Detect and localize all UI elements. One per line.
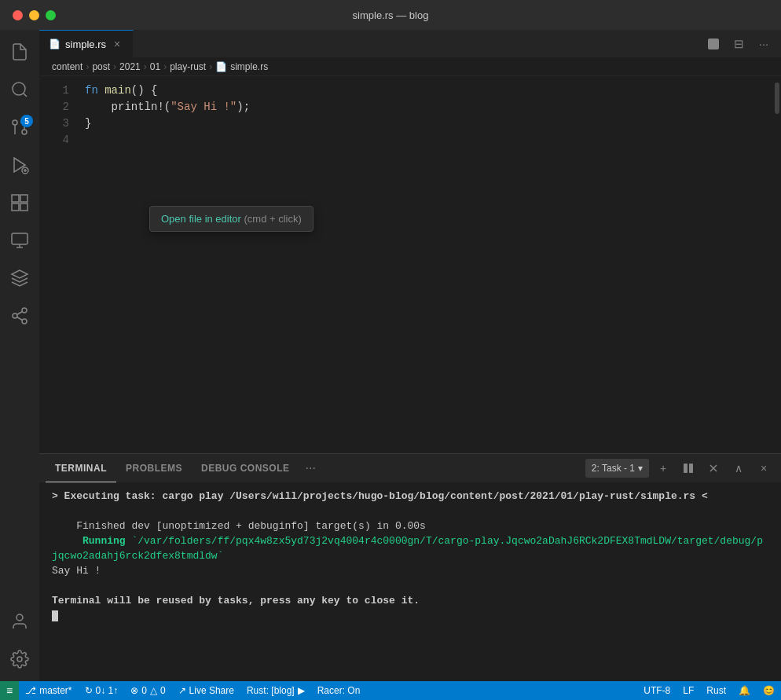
racer-status[interactable]: Racer: On: [311, 681, 367, 700]
maximize-panel-button[interactable]: ∧: [728, 457, 750, 479]
terminal-selector-label: 2: Task - 1: [592, 463, 635, 474]
breadcrumb-2021[interactable]: 2021: [119, 61, 141, 72]
sidebar-item-extensions[interactable]: [0, 184, 39, 222]
feedback-icon: 😊: [763, 685, 775, 696]
tab-actions: ⊟ ···: [702, 33, 781, 55]
sidebar-item-source-control[interactable]: 5: [0, 108, 39, 146]
close-panel-button[interactable]: ×: [753, 457, 775, 479]
code-line-2: println!("Say Hi !");: [79, 99, 773, 115]
title-bar: simple.rs — blog: [0, 0, 781, 30]
rust-blog-status[interactable]: Rust: [blog] ▶: [240, 681, 311, 700]
sidebar-item-search[interactable]: [0, 71, 39, 108]
rust-blog-label: Rust: [blog]: [247, 685, 295, 696]
terminal-selector[interactable]: 2: Task - 1 ▾: [585, 459, 649, 478]
rust-play-icon: ▶: [298, 685, 305, 696]
sidebar-item-run-debug[interactable]: [0, 146, 39, 184]
split-editor-button[interactable]: [702, 33, 724, 55]
errors-icon: ⊗: [130, 685, 138, 696]
line-ending-label: LF: [683, 685, 694, 696]
activity-bar: 5: [0, 30, 39, 681]
source-control-badge: 5: [20, 115, 33, 127]
more-panel-tabs-button[interactable]: ···: [299, 454, 322, 482]
terminal-line-4: Running `/var/folders/ff/pqx4w8zx5yd73j2…: [52, 533, 768, 563]
svg-point-3: [13, 120, 17, 125]
line-ending-status[interactable]: LF: [676, 681, 700, 700]
close-button[interactable]: [13, 10, 23, 20]
remote-status[interactable]: ≡: [0, 681, 19, 700]
svg-point-0: [13, 82, 25, 95]
sidebar-item-files[interactable]: [0, 33, 39, 71]
code-line-3: }: [79, 115, 773, 132]
kill-terminal-button[interactable]: [702, 457, 724, 479]
window-title: simple.rs — blog: [353, 9, 429, 21]
tab-debug-console[interactable]: DEBUG CONSOLE: [192, 454, 299, 482]
tooltip-shortcut-text: (cmd + click): [244, 213, 302, 225]
terminal-line-5: Say Hi !: [52, 563, 768, 578]
sidebar-item-share[interactable]: [0, 297, 39, 335]
terminal-content[interactable]: > Executing task: cargo play /Users/will…: [39, 482, 781, 681]
sidebar-item-docker[interactable]: [0, 259, 39, 297]
split-terminal-button[interactable]: [677, 457, 699, 479]
breadcrumb-play-rust[interactable]: play-rust: [170, 61, 206, 72]
svg-point-2: [22, 130, 27, 134]
sync-status[interactable]: ↻ 0↓ 1↑: [79, 681, 125, 700]
tab-problems[interactable]: PROBLEMS: [116, 454, 192, 482]
svg-point-19: [22, 319, 27, 324]
encoding-status[interactable]: UTF-8: [637, 681, 676, 700]
code-line-1: fn main() {: [79, 82, 773, 99]
svg-rect-25: [689, 464, 693, 473]
breadcrumb-file-icon: 📄: [215, 61, 227, 72]
warnings-icon: △: [150, 685, 157, 696]
chevron-down-icon: ▾: [638, 463, 643, 474]
errors-label: 0: [141, 685, 147, 696]
tab-terminal[interactable]: TERMINAL: [46, 454, 116, 482]
feedback-status[interactable]: 😊: [757, 681, 781, 700]
branch-status[interactable]: ⎇ master*: [19, 681, 78, 700]
add-terminal-button[interactable]: +: [652, 457, 674, 479]
svg-rect-24: [684, 464, 688, 473]
minimize-button[interactable]: [29, 10, 39, 20]
errors-status[interactable]: ⊗ 0 △ 0: [124, 681, 171, 700]
encoding-label: UTF-8: [644, 685, 670, 696]
code-line-4: [79, 132, 773, 148]
scrollbar-thumb[interactable]: [775, 82, 779, 114]
scrollbar-track[interactable]: [773, 76, 781, 453]
svg-point-17: [22, 308, 27, 313]
tab-simple-rs[interactable]: 📄 simple.rs ×: [39, 30, 134, 58]
code-editor[interactable]: 1 2 3 4 fn main() { println!("Say Hi !")…: [39, 76, 781, 453]
more-actions-button[interactable]: ···: [753, 33, 775, 55]
breadcrumb-filename[interactable]: simple.rs: [230, 61, 268, 72]
layout-button[interactable]: ⊟: [728, 33, 750, 55]
panel: TERMINAL PROBLEMS DEBUG CONSOLE ··· 2: T…: [39, 453, 781, 681]
notifications-status[interactable]: 🔔: [732, 681, 757, 700]
settings-icon[interactable]: [0, 640, 39, 678]
racer-label: Racer: On: [317, 685, 361, 696]
breadcrumb-content[interactable]: content: [52, 61, 82, 72]
status-bar-right: UTF-8 LF Rust 🔔 😊: [637, 681, 781, 700]
live-share-status[interactable]: ↗ Live Share: [172, 681, 240, 700]
language-status[interactable]: Rust: [700, 681, 732, 700]
svg-line-20: [17, 317, 23, 321]
tooltip-overlay: Open file in editor (cmd + click): [149, 206, 314, 232]
panel-tabs: TERMINAL PROBLEMS DEBUG CONSOLE ··· 2: T…: [39, 454, 781, 482]
svg-rect-13: [20, 203, 28, 211]
maximize-button[interactable]: [46, 10, 56, 20]
terminal-line-8: [52, 608, 768, 623]
tab-close-button[interactable]: ×: [111, 38, 123, 50]
sync-label: 0↓ 1↑: [96, 685, 119, 696]
breadcrumb: content › post › 2021 › 01 › play-rust ›…: [39, 58, 781, 76]
sidebar-item-remote[interactable]: [0, 222, 39, 259]
line-numbers: 1 2 3 4: [39, 76, 79, 453]
terminal-line-2: [52, 504, 768, 519]
accounts-icon[interactable]: [0, 603, 39, 640]
tooltip-link[interactable]: Open file in editor: [161, 213, 241, 225]
branch-icon: ⎇: [25, 685, 36, 696]
live-share-label: Live Share: [189, 685, 234, 696]
code-content[interactable]: fn main() { println!("Say Hi !"); }: [79, 76, 773, 453]
terminal-line-6: [52, 578, 768, 593]
breadcrumb-01[interactable]: 01: [150, 61, 160, 72]
language-label: Rust: [706, 685, 726, 696]
notifications-icon: 🔔: [739, 685, 750, 696]
breadcrumb-post[interactable]: post: [92, 61, 110, 72]
tab-label: simple.rs: [65, 38, 106, 50]
